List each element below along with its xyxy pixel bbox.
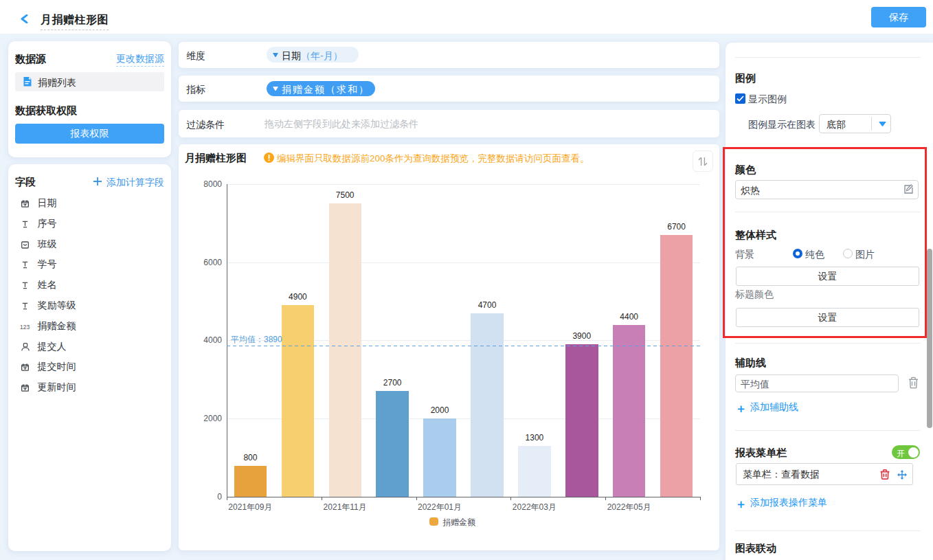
svg-text:123: 123 <box>20 324 30 331</box>
